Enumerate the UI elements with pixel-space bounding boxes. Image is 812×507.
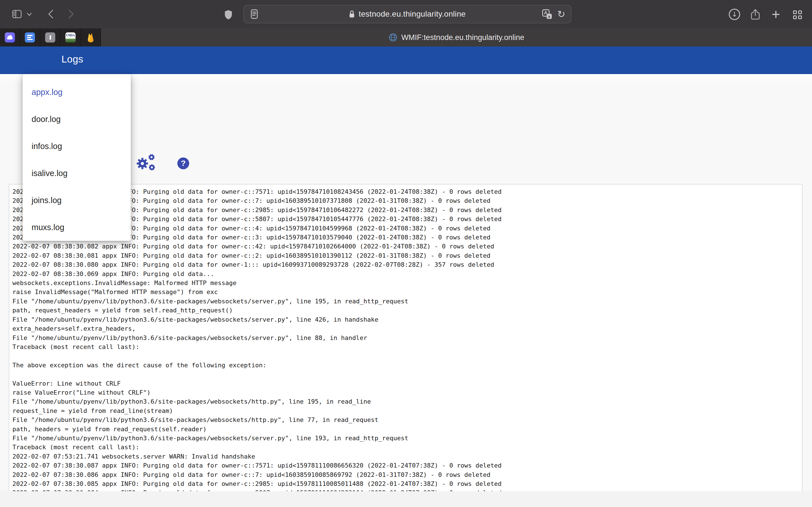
pinned-tab-firebase[interactable] xyxy=(81,29,101,47)
pinned-tab-generic[interactable] xyxy=(40,29,61,47)
log-file-option-label: infos.log xyxy=(32,142,62,151)
translate-icon: A a xyxy=(542,9,552,19)
log-file-option-label: door.log xyxy=(32,115,61,124)
downloads-button[interactable]: ↓ xyxy=(728,8,741,20)
log-file-list: appx.logdoor.loginfos.logisalive.logjoin… xyxy=(22,74,131,241)
shield-icon xyxy=(224,10,233,20)
sidebar-menu-chevron-button[interactable] xyxy=(26,12,33,17)
log-file-menu: appx.logdoor.loginfos.logisalive.logjoin… xyxy=(22,74,131,241)
log-file-option[interactable]: isalive.log xyxy=(22,160,131,187)
log-file-option-label: muxs.log xyxy=(32,223,64,232)
log-file-option-label: appx.log xyxy=(32,88,63,97)
browser-toolbar: testnode.eu.thingularity.online A a ↻ ↓ xyxy=(0,0,812,29)
log-file-option[interactable]: muxs.log xyxy=(22,214,131,241)
share-icon xyxy=(750,8,760,20)
icloud-favicon-icon xyxy=(5,33,15,43)
log-file-option[interactable]: infos.log xyxy=(22,133,131,160)
tab-grid-icon xyxy=(793,10,802,19)
app-header: Logs Admin ▾ ↻ ? xyxy=(0,47,812,74)
address-bar[interactable]: testnode.eu.thingularity.online A a ↻ xyxy=(243,5,571,23)
reload-icon: ↻ xyxy=(557,8,566,20)
plus-icon: + xyxy=(772,9,780,20)
log-file-option[interactable]: door.log xyxy=(22,106,131,133)
log-settings-button[interactable] xyxy=(135,153,158,173)
log-file-option-label: joins.log xyxy=(32,196,61,205)
generic-favicon-icon xyxy=(45,33,55,43)
log-file-option[interactable]: appx.log xyxy=(22,78,131,106)
active-tab[interactable]: WMIF:testnode.eu.thingularity.online xyxy=(101,29,812,47)
usda-favicon-icon: USDA xyxy=(65,33,75,43)
usda-favicon-label: USDA xyxy=(65,33,75,38)
page-title: Logs xyxy=(61,54,84,65)
sidebar-icon xyxy=(12,10,22,18)
privacy-shield-button[interactable] xyxy=(223,8,234,21)
tab-overview-button[interactable] xyxy=(792,9,803,20)
pinned-tab-docs[interactable] xyxy=(20,29,41,47)
url-text: testnode.eu.thingularity.online xyxy=(359,10,465,18)
active-tab-title: WMIF:testnode.eu.thingularity.online xyxy=(401,33,524,42)
pinned-tab-icloud[interactable] xyxy=(0,29,20,47)
lock-icon xyxy=(349,10,355,18)
forward-button[interactable] xyxy=(65,8,77,20)
tab-bar: USDA WMIF:testnode.eu.thingularity.onlin… xyxy=(0,29,812,47)
pinned-tabs: USDA xyxy=(0,29,101,47)
download-icon: ↓ xyxy=(729,9,740,20)
back-button[interactable] xyxy=(45,8,56,20)
globe-icon xyxy=(389,33,398,42)
bottom-background xyxy=(0,491,812,507)
pinned-tab-usda[interactable]: USDA xyxy=(61,29,81,47)
reload-button[interactable]: ↻ xyxy=(557,8,566,20)
firebase-flame-icon xyxy=(86,33,95,43)
page-help-button[interactable]: ? xyxy=(177,158,189,169)
gears-icon xyxy=(135,153,158,173)
translate-button[interactable]: A a xyxy=(542,9,552,19)
forward-chevron-icon xyxy=(67,9,75,19)
back-chevron-icon xyxy=(47,9,54,19)
safari-window: testnode.eu.thingularity.online A a ↻ ↓ xyxy=(0,0,812,507)
docs-favicon-icon xyxy=(25,33,35,43)
new-tab-button[interactable]: + xyxy=(770,8,782,21)
sidebar-toggle-button[interactable] xyxy=(12,10,22,18)
log-file-option[interactable]: joins.log xyxy=(22,187,131,214)
share-button[interactable] xyxy=(749,8,762,21)
chevron-down-icon xyxy=(27,12,32,16)
log-file-option-label: isalive.log xyxy=(32,169,67,178)
